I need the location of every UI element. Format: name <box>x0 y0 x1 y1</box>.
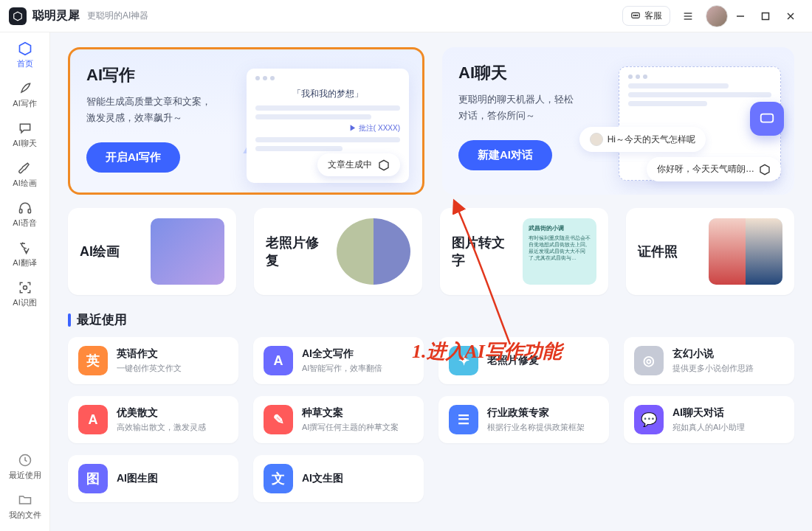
recent-card[interactable]: ✎种草文案AI撰写任何主题的种草文案 <box>253 396 424 443</box>
sidebar-item-recent[interactable]: 最近使用 <box>3 448 47 485</box>
hero-write-desc: 智能生成高质量文章和文案， 激发灵感，效率飙升～ <box>86 94 241 126</box>
window-minimize-button[interactable] <box>728 6 753 27</box>
tile-ocr[interactable]: 图片转文字 武昌街的小调 有时候到重庆随意书总会不自觉地想武昌街故去上回, 最近… <box>440 208 608 295</box>
clock-icon <box>18 453 32 468</box>
tile-id-photo[interactable]: 证件照 <box>626 208 794 295</box>
sidebar-item-voice[interactable]: AI语音 <box>3 196 47 233</box>
accent-bar <box>68 313 71 327</box>
app-tagline: 更聪明的AI神器 <box>87 10 148 22</box>
recent-card-icon: 英 <box>78 346 108 375</box>
recent-card-title: AI图生图 <box>117 472 158 485</box>
hero-chat-desc: 更聪明的聊天机器人，轻松 对话，答你所问～ <box>458 91 613 124</box>
recent-card[interactable]: AAI全文写作AI智能写作，效率翻倍 <box>253 337 424 384</box>
sidebar-item-translate[interactable]: AI翻译 <box>3 236 47 273</box>
sidebar-item-label: AI写作 <box>13 98 36 109</box>
tile-ai-paint[interactable]: AI绘画 <box>68 208 236 295</box>
sidebar-item-label: 最近使用 <box>9 470 41 481</box>
svg-point-15 <box>23 286 27 290</box>
start-ai-write-button[interactable]: 开启AI写作 <box>86 142 180 173</box>
svg-point-2 <box>633 15 634 15</box>
recent-card-icon: A <box>78 405 108 434</box>
mock-doc-meta: ▶ 批注( XXXX) <box>255 123 400 133</box>
recent-card-title: 玄幻小说 <box>672 347 754 361</box>
svg-point-3 <box>635 15 636 15</box>
sidebar-item-label: AI语音 <box>13 218 36 229</box>
mock-chat-answer: 你好呀，今天天气晴朗… <box>647 157 781 181</box>
recent-card-icon: ✎ <box>264 405 293 434</box>
mock-doc-title: 「我和我的梦想」 <box>255 85 400 102</box>
sidebar-item-label: 首页 <box>17 58 33 69</box>
svg-marker-19 <box>760 164 769 174</box>
user-avatar[interactable] <box>706 5 728 27</box>
recent-card-sub: 高效输出散文，激发灵感 <box>117 422 206 433</box>
tile-photo-restore[interactable]: 老照片修复 <box>254 208 422 295</box>
recent-card[interactable]: 图AI图生图 <box>68 455 238 502</box>
hero-card-ai-chat[interactable]: AI聊天 更聪明的聊天机器人，轻松 对话，答你所问～ 新建AI对话 Hi～今天的… <box>442 47 794 195</box>
chat-bubble-icon <box>630 11 641 21</box>
recent-card-title: 行业政策专家 <box>487 406 585 420</box>
recent-card-sub: AI撰写任何主题的种草文案 <box>302 422 399 433</box>
new-ai-chat-button[interactable]: 新建AI对话 <box>458 140 552 170</box>
recent-card-title: 种草文案 <box>302 406 399 420</box>
recent-card-title: AI文生图 <box>302 472 343 485</box>
hamburger-menu-icon[interactable] <box>678 6 698 27</box>
folder-icon <box>18 493 32 507</box>
recent-card[interactable]: ☰行业政策专家根据行业名称提供政策框架 <box>438 396 609 443</box>
tile-title: 图片转文字 <box>452 234 514 269</box>
hexagon-icon <box>759 164 771 176</box>
sidebar-item-home[interactable]: 首页 <box>3 37 47 74</box>
recent-card[interactable]: 文AI文生图 <box>253 455 424 502</box>
hexagon-icon <box>18 41 32 56</box>
annotation-text: 1.进入AI写作功能 <box>412 339 562 364</box>
scan-icon <box>18 280 32 295</box>
brush-icon <box>18 161 32 176</box>
mock-status-pill: 文章生成中 <box>317 153 400 176</box>
recent-card-icon: 图 <box>78 464 108 493</box>
tile-title: 证件照 <box>638 243 678 260</box>
main-content: AI写作 智能生成高质量文章和文案， 激发灵感，效率飙升～ 开启AI写作 AI … <box>50 32 812 531</box>
sidebar-item-label: 我的文件 <box>9 510 41 521</box>
tile-thumb <box>709 218 782 285</box>
sidebar-item-chat[interactable]: AI聊天 <box>3 117 47 153</box>
window-maximize-button[interactable] <box>753 6 778 27</box>
sidebar-item-label: AI翻译 <box>13 257 36 268</box>
sidebar-item-write[interactable]: AI写作 <box>3 77 47 114</box>
recent-card[interactable]: ◎玄幻小说提供更多小说创作思路 <box>624 337 794 384</box>
app-name: 聪明灵犀 <box>32 8 80 24</box>
svg-rect-14 <box>28 209 30 213</box>
recent-card-sub: 根据行业名称提供政策框架 <box>487 422 585 433</box>
recent-card-sub: 一键创作英文作文 <box>117 363 182 374</box>
hero-card-ai-write[interactable]: AI写作 智能生成高质量文章和文案， 激发灵感，效率飙升～ 开启AI写作 AI … <box>68 47 424 195</box>
recent-card-title: 优美散文 <box>117 406 206 420</box>
recent-card[interactable]: 💬AI聊天对话宛如真人的AI小助理 <box>624 396 794 443</box>
sidebar-item-label: AI绘画 <box>13 178 36 189</box>
sidebar-item-ocr[interactable]: AI识图 <box>3 276 47 313</box>
sidebar-item-label: AI聊天 <box>13 138 36 149</box>
recent-card-title: 英语作文 <box>117 347 182 361</box>
recent-card[interactable]: 英英语作文一键创作英文作文 <box>68 337 238 384</box>
tile-title: AI绘画 <box>80 243 120 260</box>
hexagon-icon <box>378 159 390 171</box>
recent-heading: 最近使用 <box>68 311 794 328</box>
sidebar: 首页 AI写作 AI聊天 AI绘画 AI语音 AI翻译 AI识图 最 <box>0 32 50 531</box>
app-logo-icon <box>9 7 27 25</box>
chat-fab-icon <box>750 102 784 136</box>
recent-card-sub: 提供更多小说创作思路 <box>672 363 754 374</box>
recent-card[interactable]: A优美散文高效输出散文，激发灵感 <box>68 396 238 443</box>
svg-point-4 <box>637 15 638 15</box>
tile-thumb <box>151 218 224 285</box>
support-button[interactable]: 客服 <box>622 6 670 26</box>
sidebar-item-paint[interactable]: AI绘画 <box>3 156 47 193</box>
sidebar-item-files[interactable]: 我的文件 <box>3 488 47 525</box>
titlebar: 聪明灵犀 更聪明的AI神器 客服 <box>0 0 812 32</box>
svg-marker-12 <box>19 43 30 55</box>
recent-card-icon: 文 <box>264 464 293 493</box>
avatar-icon <box>590 133 603 146</box>
window-close-button[interactable] <box>778 6 803 27</box>
svg-rect-13 <box>19 209 21 213</box>
recent-card-icon: ☰ <box>449 405 478 434</box>
recent-card-icon: A <box>264 346 293 375</box>
recent-card-title: AI全文写作 <box>302 347 382 361</box>
recent-card-icon: ◎ <box>634 346 664 375</box>
recent-card-sub: 宛如真人的AI小助理 <box>672 422 745 433</box>
